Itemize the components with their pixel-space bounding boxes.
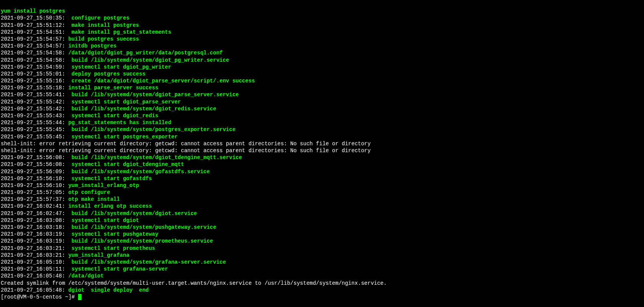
timestamp: 2021-09-27_15:54:51: bbox=[1, 29, 68, 35]
terminal-line: yum install postgres bbox=[1, 8, 643, 15]
terminal-line: 2021-09-27_15:55:45: build /lib/systemd/… bbox=[1, 126, 643, 133]
timestamp: 2021-09-27_15:55:42: bbox=[1, 106, 68, 112]
timestamp: 2021-09-27_16:02:41: bbox=[1, 203, 68, 209]
log-text: build /lib/systemd/system/dgiot_redis.se… bbox=[68, 106, 216, 112]
timestamp: 2021-09-27_15:55:18: bbox=[1, 85, 68, 91]
log-text: build postgres suecess bbox=[68, 36, 139, 42]
log-text: systemctl start dgiot_redis bbox=[68, 113, 158, 119]
timestamp: 2021-09-27_15:55:01: bbox=[1, 71, 68, 77]
timestamp: 2021-09-27_16:03:18: bbox=[1, 224, 68, 230]
log-text: shell-init: error retrieving current dir… bbox=[1, 148, 371, 154]
log-text: yum install postgres bbox=[1, 8, 65, 14]
timestamp: 2021-09-27_16:03:19: bbox=[1, 238, 68, 244]
log-text: yum_install_erlang_otp bbox=[68, 182, 139, 189]
terminal-line: 2021-09-27_16:03:21: systemctl start pro… bbox=[1, 245, 643, 252]
log-text: configure postgres bbox=[68, 15, 129, 21]
timestamp: 2021-09-27_15:54:57: bbox=[1, 43, 68, 49]
log-text: create /data/dgiot/dgiot_parse_server/sc… bbox=[68, 78, 255, 84]
log-text: pg_stat_statements has installed bbox=[68, 120, 171, 126]
terminal-line: 2021-09-27_16:03:08: systemctl start dgi… bbox=[1, 217, 643, 224]
terminal-line: 2021-09-27_16:05:10: build /lib/systemd/… bbox=[1, 259, 643, 266]
log-text: yum_install_grafana bbox=[68, 252, 129, 258]
terminal-line: 2021-09-27_15:55:42: build /lib/systemd/… bbox=[1, 105, 643, 112]
log-text: systemctl start dgiot_tdengine_mqtt bbox=[68, 161, 184, 167]
timestamp: 2021-09-27_15:55:45: bbox=[1, 126, 68, 133]
timestamp: 2021-09-27_15:51:12: bbox=[1, 22, 68, 28]
log-text: build /lib/systemd/system/gofastdfs.serv… bbox=[68, 169, 210, 175]
terminal-line: 2021-09-27_15:56:10: systemctl start gof… bbox=[1, 175, 643, 182]
timestamp: 2021-09-27_15:56:08: bbox=[1, 161, 68, 167]
log-text: systemctl start prometheus bbox=[68, 245, 155, 251]
log-text: build /lib/systemd/system/postgres_expor… bbox=[68, 126, 235, 133]
timestamp: 2021-09-27_16:03:08: bbox=[1, 217, 68, 223]
timestamp: 2021-09-27_16:02:47: bbox=[1, 210, 68, 217]
terminal-line: 2021-09-27_15:55:18: install parse_serve… bbox=[1, 84, 643, 91]
timestamp: 2021-09-27_16:05:48: bbox=[1, 287, 68, 293]
timestamp: 2021-09-27_15:54:58: bbox=[1, 50, 68, 56]
log-text: systemctl start pushgateway bbox=[68, 231, 158, 237]
timestamp: 2021-09-27_15:55:42: bbox=[1, 99, 68, 105]
timestamp: 2021-09-27_15:54:57: bbox=[1, 36, 68, 42]
log-text: /data/dgiot/dgiot_pg_writer/data/postgre… bbox=[68, 50, 222, 56]
terminal-output[interactable]: yum install postgres2021-09-27_15:50:35:… bbox=[1, 1, 643, 300]
log-text: build /lib/systemd/system/dgiot_parse_se… bbox=[68, 92, 239, 98]
timestamp: 2021-09-27_15:56:08: bbox=[1, 154, 68, 161]
log-text: install erlang otp success bbox=[68, 203, 152, 209]
terminal-line: 2021-09-27_16:03:21: yum_install_grafana bbox=[1, 252, 643, 259]
terminal-line: 2021-09-27_15:55:42: systemctl start dgi… bbox=[1, 99, 643, 105]
log-text: systemctl start gofastdfs bbox=[68, 176, 152, 182]
terminal-line: 2021-09-27_16:03:18: build /lib/systemd/… bbox=[1, 224, 643, 231]
log-text: systemctl start dgiot_parse_server bbox=[68, 99, 181, 105]
log-text: deploy postgres success bbox=[68, 71, 145, 77]
log-text: systemctl start grafana-server bbox=[68, 266, 168, 272]
terminal-line: 2021-09-27_15:55:16: create /data/dgiot/… bbox=[1, 77, 643, 84]
terminal-line: 2021-09-27_15:54:57: build postgres suec… bbox=[1, 36, 643, 43]
log-text: otp configure bbox=[68, 189, 110, 195]
timestamp: 2021-09-27_15:54:58: bbox=[1, 57, 68, 63]
shell-prompt: [root@VM-0-5-centos ~]# bbox=[1, 294, 78, 300]
log-text: dgiot single deploy end bbox=[68, 287, 149, 293]
terminal-line: 2021-09-27_15:56:08: systemctl start dgi… bbox=[1, 161, 643, 168]
terminal-line: 2021-09-27_16:02:47: build /lib/systemd/… bbox=[1, 210, 643, 217]
log-text: Created symlink from /etc/systemd/system… bbox=[1, 280, 387, 286]
log-text: build /lib/systemd/system/pushgateway.se… bbox=[68, 224, 216, 230]
timestamp: 2021-09-27_15:57:37: bbox=[1, 196, 68, 202]
terminal-line: 2021-09-27_15:55:43: systemctl start dgi… bbox=[1, 112, 643, 119]
log-text: build /lib/systemd/system/dgiot.service bbox=[68, 210, 197, 217]
terminal-line: 2021-09-27_15:54:59: systemctl start dgi… bbox=[1, 64, 643, 71]
terminal-line: 2021-09-27_16:03:19: systemctl start pus… bbox=[1, 231, 643, 238]
terminal-line: 2021-09-27_15:54:51: make install pg_sta… bbox=[1, 29, 643, 36]
terminal-line: 2021-09-27_16:05:48: dgiot single deploy… bbox=[1, 287, 643, 294]
terminal-line: shell-init: error retrieving current dir… bbox=[1, 147, 643, 154]
terminal-line: 2021-09-27_15:55:01: deploy postgres suc… bbox=[1, 71, 643, 77]
timestamp: 2021-09-27_16:03:21: bbox=[1, 245, 68, 251]
terminal-line: 2021-09-27_15:55:45: systemctl start pos… bbox=[1, 133, 643, 140]
terminal-line: 2021-09-27_15:54:58: build /lib/systemd/… bbox=[1, 57, 643, 64]
log-text: initdb postgres bbox=[68, 43, 116, 49]
timestamp: 2021-09-27_15:55:41: bbox=[1, 92, 68, 98]
timestamp: 2021-09-27_15:57:05: bbox=[1, 189, 68, 195]
log-text: systemctl start dgiot_pg_writer bbox=[68, 64, 171, 70]
timestamp: 2021-09-27_16:03:21: bbox=[1, 252, 68, 258]
timestamp: 2021-09-27_15:56:10: bbox=[1, 176, 68, 182]
terminal-line: 2021-09-27_16:05:48: /data/dgiot bbox=[1, 273, 643, 279]
terminal-line: 2021-09-27_15:56:09: build /lib/systemd/… bbox=[1, 168, 643, 175]
log-text: shell-init: error retrieving current dir… bbox=[1, 141, 371, 147]
terminal-line: 2021-09-27_15:50:35: configure postgres bbox=[1, 15, 643, 21]
terminal-line: 2021-09-27_15:51:12: make install postgr… bbox=[1, 22, 643, 29]
terminal-line: shell-init: error retrieving current dir… bbox=[1, 140, 643, 147]
timestamp: 2021-09-27_16:03:19: bbox=[1, 231, 68, 237]
log-text: /data/dgiot bbox=[68, 273, 103, 279]
cursor-icon bbox=[78, 294, 82, 300]
timestamp: 2021-09-27_16:05:48: bbox=[1, 273, 68, 279]
log-text: make install pg_stat_statements bbox=[68, 29, 171, 35]
timestamp: 2021-09-27_16:05:11: bbox=[1, 266, 68, 272]
timestamp: 2021-09-27_15:55:44: bbox=[1, 120, 68, 126]
log-text: make install postgres bbox=[68, 22, 139, 28]
terminal-line: 2021-09-27_16:03:19: build /lib/systemd/… bbox=[1, 238, 643, 245]
log-text: otp make install bbox=[68, 196, 119, 202]
log-text: install parse_server success bbox=[68, 85, 158, 91]
timestamp: 2021-09-27_15:55:45: bbox=[1, 134, 68, 140]
prompt-line[interactable]: [root@VM-0-5-centos ~]# bbox=[1, 294, 643, 300]
timestamp: 2021-09-27_15:54:59: bbox=[1, 64, 68, 70]
